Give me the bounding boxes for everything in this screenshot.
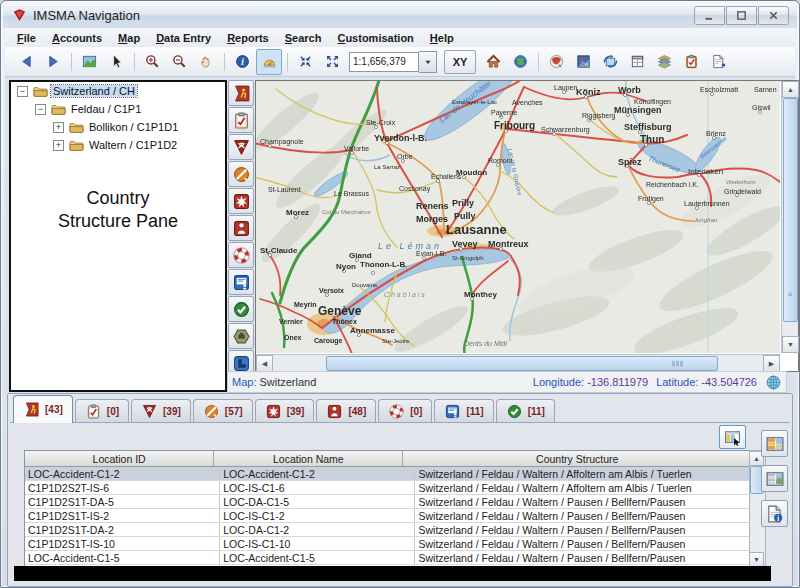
- scale-dropdown-button[interactable]: [419, 51, 437, 73]
- scroll-up-icon[interactable]: ▲: [782, 81, 799, 98]
- scroll-right-icon[interactable]: ▶: [763, 355, 780, 372]
- accident-map-toggle-button[interactable]: [228, 80, 254, 106]
- window-button[interactable]: [624, 49, 650, 75]
- table-row[interactable]: LOC-Accident-C1-2LOC-Accident-C1-2Switze…: [25, 467, 749, 481]
- collapse-icon[interactable]: −: [17, 86, 28, 97]
- accident-icon: [23, 401, 40, 418]
- close-button[interactable]: [758, 6, 789, 25]
- column-header-location-id[interactable]: Location ID: [25, 451, 214, 466]
- checklist-button[interactable]: [678, 49, 704, 75]
- tree-item-waltern-c1p1d2[interactable]: +Waltern / C1P1D2: [11, 136, 225, 154]
- add-report-button[interactable]: [705, 49, 731, 75]
- table-cell: Switzerland / Feldau / Waltern / Affolte…: [415, 481, 750, 494]
- measure-button[interactable]: [256, 49, 282, 75]
- table-row[interactable]: C1P1D2S1T-DA-5LOC-DA-C1-5Switzerland / F…: [25, 495, 749, 509]
- tree-item-switzerland-ch[interactable]: −Switzerland / CH: [11, 82, 225, 100]
- menu-map[interactable]: Map: [110, 30, 148, 46]
- menu-accounts[interactable]: Accounts: [44, 30, 110, 46]
- zoom-in-button[interactable]: [139, 49, 165, 75]
- mre-map-toggle-button[interactable]: [228, 269, 254, 295]
- table-row[interactable]: C1P1D2S1T-IS-10LOC-IS-C1-10Switzerland /…: [25, 537, 749, 551]
- maximize-button[interactable]: [726, 6, 757, 25]
- zoom-previous-button[interactable]: [292, 49, 318, 75]
- table-row[interactable]: LOC-Accident-C1-5LOC-Accident-C1-5Switze…: [25, 551, 749, 565]
- full-extent-button[interactable]: [319, 49, 345, 75]
- layers-button[interactable]: [651, 49, 677, 75]
- table-row[interactable]: C1P1D2S1T-DA-2LOC-DA-C1-2Switzerland / F…: [25, 523, 749, 537]
- map-points-button[interactable]: [570, 49, 596, 75]
- tab-hazard-reduction[interactable]: [57]: [193, 399, 253, 422]
- tree-item-label[interactable]: Waltern / C1P1D2: [87, 139, 179, 151]
- forward-button[interactable]: [40, 49, 66, 75]
- xy-coordinates-button[interactable]: XY: [444, 50, 476, 74]
- map-scale-input[interactable]: 1:1,656,379: [349, 52, 419, 72]
- refresh-map-button[interactable]: [597, 49, 623, 75]
- map-category-toolbar: [227, 80, 254, 404]
- tab-qa[interactable]: [11]: [496, 399, 555, 422]
- victim-assistance-map-toggle-button[interactable]: [228, 242, 254, 268]
- column-header-country-structure[interactable]: Country Structure: [403, 451, 750, 466]
- map-canvas[interactable]: LausanneGenèveYverdon-l-B.FribourgThunSt…: [256, 81, 780, 353]
- expand-icon[interactable]: +: [53, 122, 64, 133]
- overview-map-icon: [82, 54, 97, 69]
- tab-victim-assistance[interactable]: [0]: [378, 399, 432, 422]
- tree-item-label[interactable]: Switzerland / CH: [51, 85, 137, 97]
- identify-button[interactable]: i: [229, 49, 255, 75]
- back-button[interactable]: [13, 49, 39, 75]
- menu-reports[interactable]: Reports: [219, 30, 277, 46]
- data-category-panel: [43][0][39][57][39][48][0][11][11] Locat…: [7, 393, 793, 587]
- menu-file[interactable]: File: [9, 30, 44, 46]
- pan-button[interactable]: [193, 49, 219, 75]
- report-info-button[interactable]: i: [761, 500, 788, 527]
- column-chooser-button[interactable]: [719, 425, 746, 449]
- menu-search[interactable]: Search: [277, 30, 330, 46]
- assessment-map-toggle-button[interactable]: [228, 107, 254, 133]
- tab-assessment[interactable]: [0]: [75, 399, 129, 422]
- zoom-out-button[interactable]: [166, 49, 192, 75]
- victim-map-toggle-button[interactable]: [228, 215, 254, 241]
- pointer-button[interactable]: [103, 49, 129, 75]
- hazard-reduction-map-toggle-button[interactable]: [228, 161, 254, 187]
- column-header-location-name[interactable]: Location Name: [214, 451, 403, 466]
- map-vertical-scrollbar[interactable]: ▲ ≡ ▼: [781, 81, 798, 353]
- tab-victim[interactable]: [48]: [316, 399, 376, 422]
- map-scale-combo[interactable]: 1:1,656,379: [349, 51, 437, 73]
- tab-accident[interactable]: [43]: [13, 395, 73, 423]
- home-button[interactable]: [480, 49, 506, 75]
- tab-mre[interactable]: [11]: [434, 399, 493, 422]
- menu-customisation[interactable]: Customisation: [329, 30, 421, 46]
- tab-hazard[interactable]: [39]: [131, 399, 191, 422]
- tree-item-label[interactable]: Bollikon / C1P1D1: [87, 121, 180, 133]
- scroll-down-icon[interactable]: ▼: [749, 552, 764, 567]
- menu-help[interactable]: Help: [422, 30, 462, 46]
- table-row[interactable]: C1P1D2S2T-IS-6LOC-IS-C1-6Switzerland / F…: [25, 481, 749, 495]
- globe-icon[interactable]: [765, 374, 782, 391]
- map-horizontal-scrollbar[interactable]: ◀ ⦀⦀⦀ ▶: [256, 354, 780, 371]
- explosive-ordnance-map-toggle-button[interactable]: [228, 188, 254, 214]
- tab-explosive-ordnance[interactable]: [39]: [255, 399, 315, 422]
- qa-map-toggle-button[interactable]: [228, 296, 254, 322]
- overview-map-button[interactable]: [76, 49, 102, 75]
- world-map-button[interactable]: [543, 49, 569, 75]
- menu-data-entry[interactable]: Data Entry: [148, 30, 219, 46]
- map-pane-button[interactable]: [761, 465, 788, 492]
- map-hscroll-thumb[interactable]: ⦀⦀⦀: [326, 356, 718, 371]
- table-row[interactable]: C1P1D2S1T-IS-2LOC-IS-C1-2Switzerland / F…: [25, 509, 749, 523]
- title-bar[interactable]: IMSMA Navigation: [3, 3, 797, 28]
- expand-icon[interactable]: +: [53, 140, 64, 151]
- locations-table[interactable]: Location IDLocation NameCountry Structur…: [24, 450, 750, 568]
- scroll-down-icon[interactable]: ▼: [782, 336, 799, 353]
- globe-button[interactable]: [507, 49, 533, 75]
- tree-item-bollikon-c1p1d1[interactable]: +Bollikon / C1P1D1: [11, 118, 225, 136]
- hazard-map-toggle-button[interactable]: [228, 134, 254, 160]
- bottom-black-bar: [14, 566, 771, 581]
- scroll-left-icon[interactable]: ◀: [256, 355, 273, 372]
- hexagon-badge-map-toggle-button[interactable]: [228, 323, 254, 349]
- minimize-button[interactable]: [694, 6, 725, 25]
- tree-item-label[interactable]: Feldau / C1P1: [69, 103, 143, 115]
- collapse-icon[interactable]: −: [35, 104, 46, 115]
- map-view[interactable]: LausanneGenèveYverdon-l-B.FribourgThunSt…: [255, 80, 799, 372]
- table-pane-button[interactable]: [761, 430, 788, 457]
- tree-item-feldau-c1p1[interactable]: −Feldau / C1P1: [11, 100, 225, 118]
- map-vscroll-thumb[interactable]: ≡: [783, 98, 798, 322]
